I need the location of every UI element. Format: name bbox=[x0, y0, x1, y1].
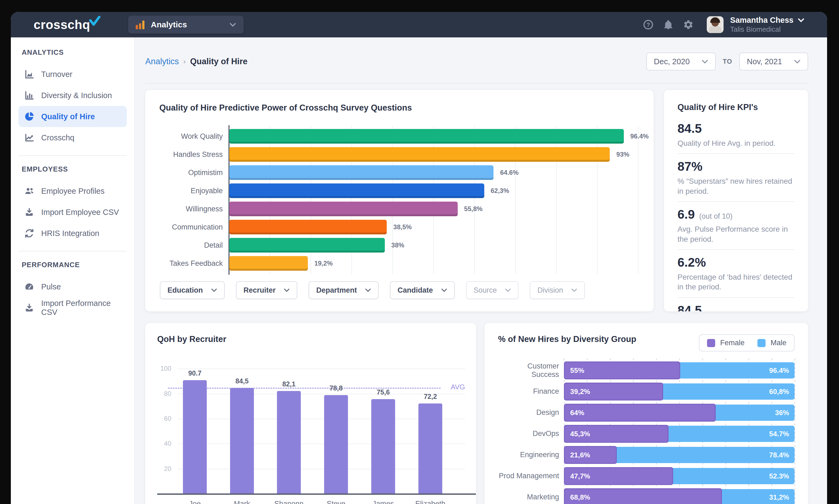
sidebar-item-import-performance-csv[interactable]: Import Performance CSV bbox=[18, 297, 127, 318]
survey-bar-handles-stress bbox=[229, 147, 610, 162]
kpi-value: 84.5 bbox=[678, 303, 702, 311]
user-avatar[interactable] bbox=[707, 16, 724, 33]
breadcrumb-link-analytics[interactable]: Analytics bbox=[145, 57, 179, 66]
sidebar-item-label: Employee Profiles bbox=[41, 187, 105, 196]
survey-category-label: Communication bbox=[141, 223, 223, 231]
female-segment-value: 39,2% bbox=[565, 388, 590, 396]
sidebar-item-hris-integration[interactable]: HRIS Integration bbox=[18, 223, 127, 244]
female-segment-value: 64% bbox=[565, 409, 584, 417]
diversity-bar-track: 45,3%54.7% bbox=[564, 426, 795, 442]
male-segment-value: 54.7% bbox=[769, 430, 795, 438]
sidebar-section-performance: PERFORMANCEPulseImport Performance CSV bbox=[18, 251, 127, 318]
bell-icon[interactable] bbox=[662, 19, 674, 31]
filter-education[interactable]: Education bbox=[160, 281, 225, 299]
help-icon[interactable]: ? bbox=[642, 19, 654, 31]
pie-chart-icon bbox=[24, 112, 34, 121]
logo-check-icon bbox=[89, 14, 101, 29]
female-segment-value: 47,7% bbox=[565, 472, 590, 481]
y-axis-tick: 20 bbox=[164, 465, 171, 472]
kpi-description: Avg. Pulse Performance score in the peri… bbox=[678, 224, 794, 244]
female-segment: 55% bbox=[564, 361, 680, 379]
chevron-down-icon bbox=[230, 23, 236, 27]
survey-bar-optimistim bbox=[229, 165, 494, 180]
diversity-chart-plot: Customer Success55%96.4%Finance39,2%60,8… bbox=[498, 362, 795, 504]
recruiter-bar bbox=[277, 391, 301, 494]
sidebar: ANALYTICSTurnoverDiversity & InclusionQu… bbox=[11, 37, 135, 504]
date-from-value: Dec, 2020 bbox=[654, 57, 690, 66]
gear-icon[interactable] bbox=[682, 19, 694, 31]
diversity-category-label: Finance bbox=[498, 387, 559, 396]
sync-icon bbox=[24, 229, 34, 238]
survey-category-label: Optimistim bbox=[141, 168, 223, 177]
filter-label: Department bbox=[316, 286, 357, 294]
chart-legend: FemaleMale bbox=[699, 335, 795, 352]
sidebar-item-quality-of-hire[interactable]: Quality of Hire bbox=[18, 106, 127, 127]
legend-label: Male bbox=[770, 339, 786, 347]
gridline bbox=[795, 359, 795, 504]
legend-item-male[interactable]: Male bbox=[757, 339, 786, 347]
gridline bbox=[178, 368, 465, 369]
chevron-down-icon bbox=[441, 288, 447, 292]
diversity-bar-track: 47,7%52.3% bbox=[564, 468, 795, 484]
survey-bar-detail bbox=[229, 238, 385, 253]
male-segment: 78.4% bbox=[616, 447, 795, 463]
user-menu[interactable]: Samantha Chess Talis Biomedical bbox=[730, 16, 804, 34]
diversity-row-design: Design64%36% bbox=[498, 404, 795, 421]
gauge-icon bbox=[24, 282, 34, 291]
crosschq-logo: crosschq bbox=[34, 17, 90, 32]
area-chart-icon bbox=[24, 69, 34, 79]
diversity-bar-track: 55%96.4% bbox=[564, 362, 795, 379]
kpi-card: Quality of Hire KPI's 84.5Quality of Hir… bbox=[664, 90, 808, 311]
recruiter-bar-value: 82,1 bbox=[270, 380, 308, 388]
sidebar-item-employee-profiles[interactable]: Employee Profiles bbox=[18, 180, 127, 202]
kpi-description: % “Superstars” new hires retained in per… bbox=[678, 176, 794, 196]
kpi-value: 6.9 bbox=[678, 207, 695, 222]
app-switcher-dropdown[interactable]: Analytics bbox=[128, 16, 244, 34]
sidebar-item-crosschq[interactable]: Crosschq bbox=[18, 127, 127, 148]
filter-department[interactable]: Department bbox=[309, 281, 379, 299]
sidebar-item-turnover[interactable]: Turnover bbox=[18, 64, 127, 85]
filter-candidate[interactable]: Candidate bbox=[390, 281, 455, 299]
sidebar-item-label: HRIS Integration bbox=[41, 229, 99, 238]
female-segment: 47,7% bbox=[564, 467, 673, 485]
chevron-down-icon bbox=[794, 60, 801, 64]
kpi-item: 87%% “Superstars” new hires retained in … bbox=[678, 154, 795, 202]
legend-item-female[interactable]: Female bbox=[707, 339, 745, 347]
y-axis-tick: 40 bbox=[164, 440, 171, 447]
top-navbar: crosschq Analytics ? bbox=[11, 12, 827, 37]
female-segment: 21,6% bbox=[564, 446, 617, 464]
date-to-select[interactable]: Nov, 2021 bbox=[739, 53, 808, 70]
chevron-down-icon bbox=[571, 288, 577, 292]
survey-bar-value: 19,2% bbox=[314, 259, 333, 267]
download-icon bbox=[24, 303, 34, 313]
line-chart-icon bbox=[24, 133, 34, 143]
diversity-chart-title: % of New Hires by Diversity Group bbox=[498, 335, 636, 344]
survey-category-label: Handles Stress bbox=[141, 150, 223, 159]
male-segment-value: 60,8% bbox=[769, 388, 795, 396]
diversity-category-label: Customer Success bbox=[498, 362, 559, 379]
male-segment-value: 78.4% bbox=[769, 451, 795, 459]
filter-label: Division bbox=[537, 286, 563, 294]
svg-text:?: ? bbox=[647, 21, 650, 28]
sidebar-item-import-employee-csv[interactable]: Import Employee CSV bbox=[18, 202, 127, 223]
x-axis-label: Mark Jackson bbox=[215, 499, 269, 504]
filter-recruiter[interactable]: Recruiter bbox=[236, 281, 298, 299]
sidebar-item-pulse[interactable]: Pulse bbox=[18, 276, 127, 297]
sidebar-section-employess: EMPLOYESSEmployee ProfilesImport Employe… bbox=[18, 155, 127, 244]
diversity-bar-track: 64%36% bbox=[564, 404, 795, 421]
diversity-bar-track: 39,2%60,8% bbox=[564, 383, 795, 400]
kpi-value: 87% bbox=[678, 159, 702, 174]
kpi-title: Quality of Hire KPI's bbox=[678, 103, 795, 112]
sidebar-section-title: PERFORMANCE bbox=[18, 261, 127, 269]
survey-category-label: Enjoyable bbox=[141, 187, 223, 195]
y-axis-tick: 100 bbox=[160, 365, 171, 372]
sidebar-item-diversity-inclusion[interactable]: Diversity & Inclusion bbox=[18, 85, 127, 106]
kpi-item: 84.5Quality of Hire Avg. in period. bbox=[678, 298, 795, 311]
kpi-item: 6.2%Percentage of ‘bad hires’ detected i… bbox=[678, 250, 795, 298]
download-icon bbox=[24, 207, 34, 217]
diversity-row-engineering: Engineering21,6%78.4% bbox=[498, 447, 795, 463]
date-from-select[interactable]: Dec, 2020 bbox=[646, 53, 716, 70]
filter-source: Source bbox=[466, 281, 519, 299]
male-segment: 54.7% bbox=[667, 426, 795, 442]
recruiter-chart-title: QoH by Recruiter bbox=[157, 335, 464, 344]
